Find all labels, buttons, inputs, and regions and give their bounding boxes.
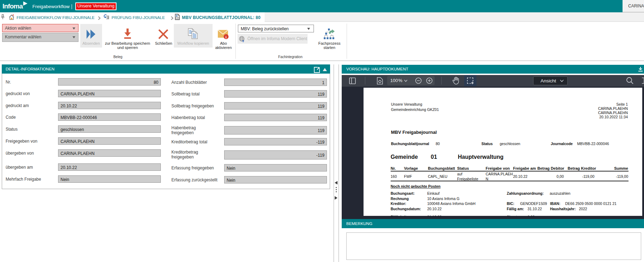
svg-text:i: i [226,35,227,39]
